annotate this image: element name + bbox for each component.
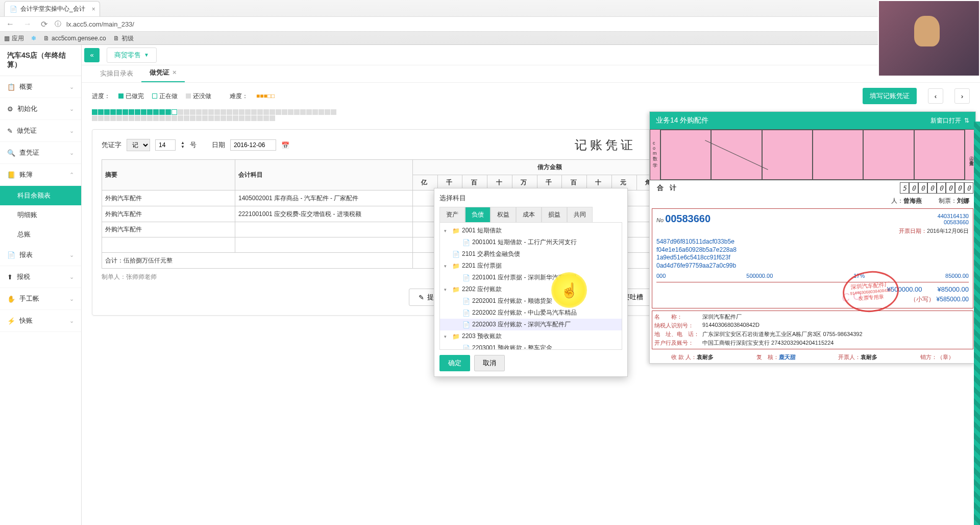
bookmark-item[interactable]: ❄	[31, 35, 36, 42]
picker-tab[interactable]: 资产	[439, 207, 465, 222]
progress-box[interactable]	[190, 109, 195, 115]
progress-box[interactable]	[135, 109, 140, 115]
progress-box[interactable]	[331, 109, 336, 115]
info-icon[interactable]: ⓘ	[55, 19, 61, 29]
bookmark-item[interactable]: 🗎 初级	[113, 34, 134, 43]
picker-tab[interactable]: 负债	[465, 207, 491, 222]
progress-box[interactable]	[116, 115, 122, 121]
progress-box[interactable]	[312, 109, 318, 115]
reload-icon[interactable]: ⟳	[39, 19, 50, 29]
sidebar-item[interactable]: ✋手工帐⌄	[0, 288, 81, 310]
summary-cell[interactable]: 外购汽车配件	[102, 222, 235, 237]
progress-box[interactable]	[318, 109, 324, 115]
progress-box[interactable]	[270, 115, 275, 121]
progress-box[interactable]	[129, 115, 134, 121]
tree-item[interactable]: 📄 2001001 短期借款 - 工行广州天河支行	[440, 236, 622, 248]
progress-box[interactable]	[294, 109, 300, 115]
sidebar-item[interactable]: ⬆报税⌄	[0, 266, 81, 288]
open-new-window-button[interactable]: 新窗口打开 ⇅	[930, 116, 969, 125]
progress-box[interactable]	[257, 115, 263, 121]
progress-box[interactable]	[153, 115, 159, 121]
progress-box[interactable]	[104, 115, 110, 121]
progress-box[interactable]	[270, 109, 275, 115]
progress-box[interactable]	[306, 109, 312, 115]
progress-box[interactable]	[98, 109, 104, 115]
progress-box[interactable]	[122, 109, 128, 115]
progress-box[interactable]	[159, 115, 165, 121]
progress-box[interactable]	[220, 109, 226, 115]
progress-box[interactable]	[178, 115, 183, 121]
progress-box[interactable]	[227, 115, 232, 121]
tree-item[interactable]: ▾📁 2001 短期借款	[440, 225, 622, 236]
voucher-date-input[interactable]	[230, 139, 276, 151]
progress-box[interactable]	[141, 109, 146, 115]
forward-icon[interactable]: →	[21, 19, 34, 29]
tree-item[interactable]: 📄 2202003 应付账款 - 深圳汽车配件厂	[440, 319, 622, 330]
business-type-select[interactable]: 商贸零售▼	[107, 47, 157, 63]
progress-box[interactable]	[92, 109, 97, 115]
progress-box[interactable]	[227, 109, 232, 115]
progress-box[interactable]	[122, 115, 128, 121]
url-bar[interactable]: lx.acc5.com/main_233/	[66, 20, 134, 28]
progress-box[interactable]	[208, 109, 214, 115]
voucher-number-input[interactable]	[155, 139, 176, 151]
progress-box[interactable]	[135, 115, 140, 121]
progress-box[interactable]	[129, 109, 134, 115]
progress-box[interactable]	[239, 109, 244, 115]
progress-box[interactable]	[233, 109, 238, 115]
progress-box[interactable]	[288, 109, 293, 115]
progress-box[interactable]	[300, 109, 306, 115]
progress-box[interactable]	[153, 109, 159, 115]
fill-voucher-button[interactable]: 填写记账凭证	[863, 88, 917, 104]
progress-box[interactable]	[184, 109, 189, 115]
progress-box[interactable]	[172, 109, 177, 115]
tab-catalog[interactable]: 实操目录表	[92, 65, 141, 82]
subject-tree[interactable]: ▾📁 2001 短期借款📄 2001001 短期借款 - 工行广州天河支行📄 2…	[439, 222, 622, 350]
voucher-word-select[interactable]: 记	[127, 139, 150, 151]
toggle-icon[interactable]: ▾	[444, 287, 447, 292]
sidebar-item[interactable]: 📄报表⌄	[0, 244, 81, 266]
progress-box[interactable]	[245, 115, 251, 121]
picker-tab[interactable]: 成本	[516, 207, 542, 222]
calendar-icon[interactable]: 📅	[281, 141, 289, 149]
prev-button[interactable]: ‹	[928, 88, 943, 104]
progress-box[interactable]	[104, 109, 110, 115]
progress-box[interactable]	[196, 109, 202, 115]
cancel-button[interactable]: 取消	[474, 355, 505, 371]
toggle-icon[interactable]: ▾	[444, 334, 447, 339]
close-icon[interactable]: ×	[92, 6, 95, 13]
progress-box[interactable]	[172, 115, 177, 121]
progress-box[interactable]	[276, 109, 281, 115]
close-icon[interactable]: ×	[173, 68, 177, 76]
progress-box[interactable]	[141, 115, 146, 121]
picker-tab[interactable]: 共同	[567, 207, 593, 222]
summary-cell[interactable]: 外购汽车配件	[102, 206, 235, 222]
progress-box[interactable]	[196, 115, 202, 121]
tree-item[interactable]: ▾📁 2203 预收账款	[440, 330, 622, 342]
apps-button[interactable]: ▦ 应用	[4, 34, 24, 43]
tree-item[interactable]: 📄 2202002 应付账款 - 中山爱马汽车精品	[440, 307, 622, 319]
progress-box[interactable]	[251, 115, 257, 121]
progress-box[interactable]	[239, 115, 244, 121]
progress-box[interactable]	[202, 109, 208, 115]
progress-box[interactable]	[110, 109, 116, 115]
progress-box[interactable]	[245, 109, 251, 115]
progress-box[interactable]	[325, 109, 330, 115]
progress-box[interactable]	[282, 109, 287, 115]
tree-item[interactable]: 📄 2201001 应付票据 - 深圳新华汽车公司	[440, 272, 622, 283]
sidebar-subitem[interactable]: 总账	[0, 225, 81, 244]
next-button[interactable]: ›	[954, 88, 970, 104]
progress-box[interactable]	[92, 115, 97, 121]
tree-item[interactable]: 📄 2203001 预收账款 - 整车定金	[440, 342, 622, 350]
progress-box[interactable]	[165, 115, 171, 121]
toggle-icon[interactable]: ▾	[444, 228, 447, 233]
sidebar-item[interactable]: 🔍查凭证⌄	[0, 142, 81, 164]
tab-voucher[interactable]: 做凭证×	[141, 64, 185, 82]
bookmark-item[interactable]: 🗎 acc5com.gensee.co	[43, 35, 106, 42]
tree-item[interactable]: 📄 2101 交易性金融负债	[440, 248, 622, 260]
toggle-icon[interactable]: ▾	[444, 264, 447, 269]
progress-box[interactable]	[202, 115, 208, 121]
progress-box[interactable]	[147, 115, 153, 121]
progress-box[interactable]	[233, 115, 238, 121]
picker-tab[interactable]: 损益	[542, 207, 567, 222]
